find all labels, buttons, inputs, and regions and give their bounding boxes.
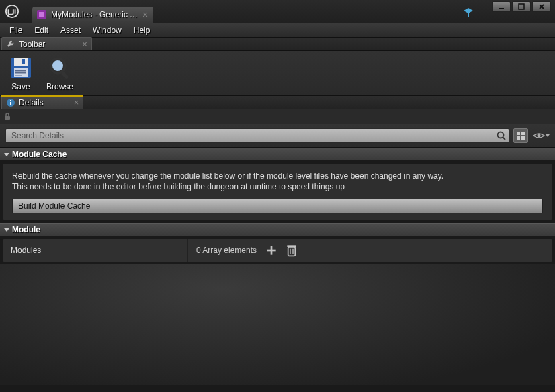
toolbar-tabstrip: Toolbar × (0, 38, 555, 51)
category-module-cache-body: Rebuild the cache whenever you change th… (3, 164, 552, 220)
chevron-down-icon (4, 153, 9, 156)
close-icon[interactable]: × (74, 97, 79, 107)
svg-rect-14 (60, 71, 69, 79)
browse-label: Browse (46, 82, 73, 91)
wrench-icon (6, 40, 15, 49)
maximize-button[interactable] (512, 1, 531, 12)
svg-rect-24 (521, 136, 525, 140)
menu-edit[interactable]: Edit (29, 24, 54, 36)
browse-button[interactable]: Browse (43, 54, 77, 93)
category-module-title: Module (12, 225, 40, 234)
category-module-header[interactable]: Module (0, 223, 555, 236)
close-icon[interactable]: × (82, 39, 87, 49)
close-window-button[interactable] (532, 1, 551, 12)
hint-icon[interactable] (462, 7, 474, 19)
title-bar: MyModules - Generic Asset × (0, 0, 555, 23)
svg-rect-16 (10, 102, 11, 105)
array-count-text: 0 Array elements (196, 246, 257, 255)
svg-rect-29 (287, 245, 296, 247)
tab-toolbar[interactable]: Toolbar × (1, 37, 92, 50)
svg-rect-6 (14, 58, 28, 66)
svg-point-25 (537, 134, 540, 138)
search-icon[interactable] (496, 130, 507, 141)
desc-line-2: This needs to be done in the editor befo… (12, 181, 543, 192)
menu-bar: File Edit Asset Window Help (0, 23, 555, 38)
svg-rect-4 (519, 4, 524, 9)
clear-array-button[interactable] (286, 245, 297, 256)
property-name: Modules (3, 239, 188, 262)
lock-icon[interactable] (3, 112, 12, 121)
details-toolbar (0, 109, 555, 124)
view-options-button[interactable] (532, 128, 550, 143)
svg-rect-17 (10, 100, 11, 101)
close-icon[interactable]: × (142, 10, 148, 19)
save-button[interactable]: Save (4, 54, 38, 93)
details-panel: Module Cache Rebuild the cache whenever … (0, 109, 555, 385)
document-tab[interactable]: MyModules - Generic Asset × (32, 7, 153, 23)
tab-toolbar-label: Toolbar (19, 40, 45, 49)
module-cache-description: Rebuild the cache whenever you change th… (12, 170, 543, 192)
svg-rect-3 (499, 8, 504, 9)
svg-point-19 (498, 132, 504, 138)
info-icon (6, 98, 15, 107)
empty-area (0, 264, 555, 385)
add-element-button[interactable] (266, 245, 277, 256)
svg-rect-11 (15, 75, 22, 76)
chevron-down-icon (4, 228, 9, 232)
svg-rect-9 (15, 70, 26, 72)
toolbar-panel: Save Browse (0, 51, 555, 96)
menu-window[interactable]: Window (87, 24, 127, 36)
svg-rect-7 (22, 59, 25, 64)
search-input[interactable] (5, 128, 509, 143)
window-controls (492, 1, 551, 12)
svg-rect-18 (5, 116, 10, 120)
svg-rect-10 (15, 72, 26, 74)
svg-rect-21 (517, 132, 520, 135)
svg-rect-2 (39, 12, 44, 17)
category-module-cache-title: Module Cache (12, 150, 67, 159)
details-tabstrip: Details × (0, 96, 555, 109)
property-row-modules: Modules 0 Array elements (3, 239, 552, 262)
svg-rect-23 (517, 136, 520, 140)
save-label: Save (11, 82, 30, 91)
svg-rect-1 (37, 10, 46, 19)
save-icon (8, 55, 34, 81)
tab-details[interactable]: Details × (1, 95, 83, 109)
search-box (5, 128, 509, 143)
browse-icon (47, 55, 73, 81)
document-title: MyModules - Generic Asset (51, 10, 138, 19)
menu-help[interactable]: Help (128, 24, 156, 36)
category-module-cache-header[interactable]: Module Cache (0, 148, 555, 161)
details-search-row (0, 124, 555, 148)
tab-details-label: Details (19, 98, 44, 107)
menu-file[interactable]: File (4, 24, 28, 36)
app-logo-icon[interactable] (0, 0, 24, 23)
svg-rect-27 (267, 250, 275, 252)
menu-asset[interactable]: Asset (55, 24, 86, 36)
property-matrix-button[interactable] (513, 128, 528, 143)
desc-line-1: Rebuild the cache whenever you change th… (12, 170, 543, 181)
asset-icon (36, 9, 47, 20)
build-module-cache-button[interactable]: Build Module Cache (12, 199, 543, 213)
svg-rect-28 (288, 247, 296, 256)
svg-line-20 (503, 138, 506, 140)
svg-point-13 (52, 60, 63, 71)
svg-rect-22 (521, 132, 525, 135)
property-value: 0 Array elements (188, 239, 552, 262)
minimize-button[interactable] (492, 1, 511, 12)
svg-point-0 (6, 5, 18, 17)
